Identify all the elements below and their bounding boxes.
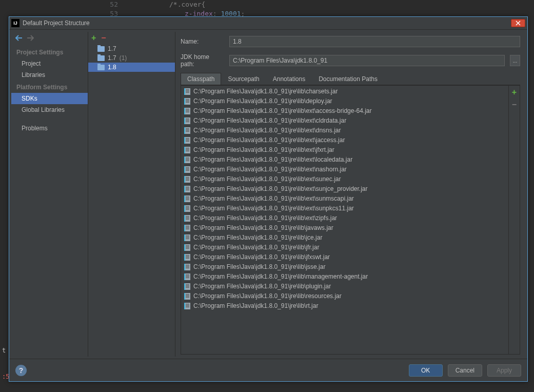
jar-icon <box>184 283 190 290</box>
classpath-item[interactable]: C:\Program Files\Java\jdk1.8.0_91\jre\li… <box>181 272 508 282</box>
add-sdk-button[interactable]: + <box>91 33 96 43</box>
classpath-item-path: C:\Program Files\Java\jdk1.8.0_91\jre\li… <box>193 126 341 135</box>
jar-icon <box>184 215 190 222</box>
jar-icon <box>184 176 190 183</box>
sdk-detail-panel: Name: JDK home path: ... Classpath Sourc… <box>175 32 525 357</box>
tab-documentation-paths[interactable]: Documentation Paths <box>312 73 384 85</box>
jar-icon <box>184 117 190 124</box>
jar-icon <box>184 225 190 231</box>
classpath-item[interactable]: C:\Program Files\Java\jdk1.8.0_91\jre\li… <box>181 126 508 135</box>
folder-icon <box>97 46 105 52</box>
tab-sourcepath[interactable]: Sourcepath <box>221 73 266 85</box>
remove-classpath-button[interactable]: − <box>512 100 517 109</box>
jar-icon <box>184 156 190 163</box>
sdk-item-label: 1.8 <box>108 64 116 71</box>
classpath-item-path: C:\Program Files\Java\jdk1.8.0_91\jre\li… <box>193 116 346 125</box>
jdk-home-input[interactable] <box>229 55 505 66</box>
sdk-list-panel: + − 1.71.7 (1)1.8 <box>88 32 175 357</box>
remove-sdk-button[interactable]: − <box>101 33 106 43</box>
jar-icon <box>184 98 190 105</box>
jar-icon <box>184 195 190 202</box>
nav-back-icon[interactable] <box>15 35 23 43</box>
classpath-item-path: C:\Program Files\Java\jdk1.8.0_91\jre\li… <box>193 204 354 213</box>
classpath-item[interactable]: C:\Program Files\Java\jdk1.8.0_91\jre\li… <box>181 96 508 106</box>
sdk-item[interactable]: 1.7 (1) <box>88 53 175 63</box>
classpath-item[interactable]: C:\Program Files\Java\jdk1.8.0_91\jre\li… <box>181 135 508 145</box>
add-classpath-button[interactable]: + <box>512 88 517 97</box>
classpath-item[interactable]: C:\Program Files\Java\jdk1.8.0_91\jre\li… <box>181 194 508 204</box>
classpath-item[interactable]: C:\Program Files\Java\jdk1.8.0_91\jre\li… <box>181 165 508 174</box>
classpath-item[interactable]: C:\Program Files\Java\jdk1.8.0_91\jre\li… <box>181 184 508 194</box>
tab-classpath[interactable]: Classpath <box>181 73 221 85</box>
classpath-item-path: C:\Program Files\Java\jdk1.8.0_91\jre\li… <box>193 155 352 164</box>
classpath-item[interactable]: C:\Program Files\Java\jdk1.8.0_91\jre\li… <box>181 87 508 96</box>
classpath-item-path: C:\Program Files\Java\jdk1.8.0_91\jre\li… <box>193 185 368 193</box>
cancel-button[interactable]: Cancel <box>448 364 482 377</box>
nav-forward-icon[interactable] <box>27 35 34 43</box>
classpath-item[interactable]: C:\Program Files\Java\jdk1.8.0_91\jre\li… <box>181 252 508 262</box>
jar-icon <box>184 244 190 251</box>
close-icon <box>516 21 521 26</box>
sdk-item-suffix: (1) <box>120 54 127 62</box>
folder-icon <box>97 65 105 70</box>
jar-icon <box>184 186 190 192</box>
classpath-item-path: C:\Program Files\Java\jdk1.8.0_91\jre\li… <box>193 263 325 271</box>
classpath-item-path: C:\Program Files\Java\jdk1.8.0_91\jre\li… <box>193 165 347 174</box>
classpath-item-path: C:\Program Files\Java\jdk1.8.0_91\jre\li… <box>193 272 368 281</box>
classpath-item[interactable]: C:\Program Files\Java\jdk1.8.0_91\jre\li… <box>181 145 508 155</box>
classpath-item[interactable]: C:\Program Files\Java\jdk1.8.0_91\jre\li… <box>181 155 508 165</box>
browse-button[interactable]: ... <box>510 55 520 66</box>
classpath-list[interactable]: C:\Program Files\Java\jdk1.8.0_91\jre\li… <box>181 86 508 354</box>
classpath-item-path: C:\Program Files\Java\jdk1.8.0_91\jre\li… <box>193 292 342 301</box>
sidebar-item-project[interactable]: Project <box>11 58 88 69</box>
jar-icon <box>184 303 190 309</box>
jar-icon <box>184 273 190 280</box>
classpath-item[interactable]: C:\Program Files\Java\jdk1.8.0_91\jre\li… <box>181 233 508 243</box>
code-text: /*.cover{ <box>169 1 205 8</box>
project-structure-dialog: IJ Default Project Structure Project Set… <box>9 16 528 382</box>
classpath-item-path: C:\Program Files\Java\jdk1.8.0_91\jre\li… <box>193 214 337 223</box>
classpath-item-path: C:\Program Files\Java\jdk1.8.0_91\jre\li… <box>193 253 330 262</box>
classpath-item[interactable]: C:\Program Files\Java\jdk1.8.0_91\jre\li… <box>181 291 508 301</box>
sidebar-item-problems[interactable]: Problems <box>11 123 88 134</box>
dialog-footer: ? OK Cancel Apply <box>9 359 527 381</box>
sdk-item[interactable]: 1.8 <box>88 63 175 72</box>
jdk-home-label: JDK home path: <box>181 53 224 68</box>
app-icon: IJ <box>11 19 19 27</box>
line-number: 52 <box>103 0 118 9</box>
close-button[interactable] <box>511 19 525 27</box>
classpath-item[interactable]: C:\Program Files\Java\jdk1.8.0_91\jre\li… <box>181 213 508 223</box>
classpath-item-path: C:\Program Files\Java\jdk1.8.0_91\jre\li… <box>193 146 334 154</box>
classpath-item[interactable]: C:\Program Files\Java\jdk1.8.0_91\jre\li… <box>181 174 508 184</box>
sidebar-item-sdks[interactable]: SDKs <box>11 93 88 104</box>
classpath-item[interactable]: C:\Program Files\Java\jdk1.8.0_91\jre\li… <box>181 223 508 233</box>
classpath-item[interactable]: C:\Program Files\Java\jdk1.8.0_91\jre\li… <box>181 301 508 311</box>
tabs: Classpath Sourcepath Annotations Documen… <box>181 73 520 85</box>
classpath-item-path: C:\Program Files\Java\jdk1.8.0_91\jre\li… <box>193 243 319 252</box>
jar-icon <box>184 293 190 300</box>
help-button[interactable]: ? <box>15 365 27 376</box>
tab-annotations[interactable]: Annotations <box>266 73 312 85</box>
classpath-item[interactable]: C:\Program Files\Java\jdk1.8.0_91\jre\li… <box>181 282 508 291</box>
sidebar-section-platform-settings: Platform Settings <box>11 81 88 93</box>
classpath-item[interactable]: C:\Program Files\Java\jdk1.8.0_91\jre\li… <box>181 243 508 252</box>
sidebar-item-global-libraries[interactable]: Global Libraries <box>11 104 88 115</box>
classpath-item[interactable]: C:\Program Files\Java\jdk1.8.0_91\jre\li… <box>181 262 508 272</box>
sidebar-item-libraries[interactable]: Libraries <box>11 69 88 81</box>
sdk-item[interactable]: 1.7 <box>88 44 175 53</box>
jar-icon <box>184 127 190 134</box>
classpath-item[interactable]: C:\Program Files\Java\jdk1.8.0_91\jre\li… <box>181 204 508 213</box>
jar-icon <box>184 264 190 270</box>
name-label: Name: <box>181 38 224 45</box>
classpath-item-path: C:\Program Files\Java\jdk1.8.0_91\jre\li… <box>193 224 333 232</box>
classpath-item-path: C:\Program Files\Java\jdk1.8.0_91\jre\li… <box>193 136 345 145</box>
apply-button[interactable]: Apply <box>487 364 521 377</box>
ok-button[interactable]: OK <box>409 364 443 377</box>
classpath-item-path: C:\Program Files\Java\jdk1.8.0_91\jre\li… <box>193 87 338 96</box>
classpath-item[interactable]: C:\Program Files\Java\jdk1.8.0_91\jre\li… <box>181 106 508 116</box>
classpath-item-path: C:\Program Files\Java\jdk1.8.0_91\jre\li… <box>193 107 371 115</box>
jar-icon <box>184 205 190 212</box>
name-input[interactable] <box>229 36 520 47</box>
classpath-item[interactable]: C:\Program Files\Java\jdk1.8.0_91\jre\li… <box>181 116 508 126</box>
jar-icon <box>184 88 190 95</box>
